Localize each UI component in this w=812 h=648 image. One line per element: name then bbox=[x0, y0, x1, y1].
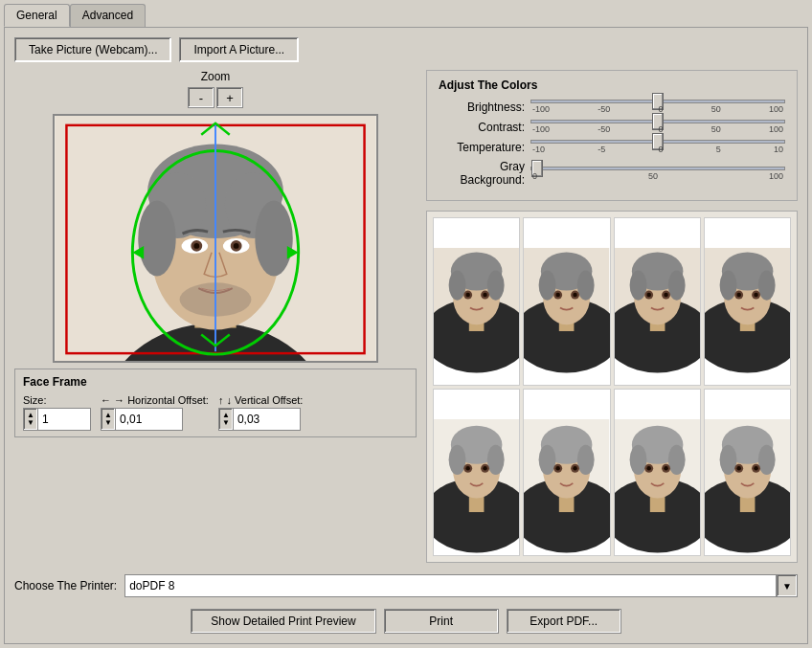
import-picture-button[interactable]: Import A Picture... bbox=[179, 37, 299, 62]
face-frame-section: Face Frame Size: ▲ ▼ bbox=[14, 369, 417, 437]
brightness-label: Brightness: bbox=[439, 101, 525, 114]
svg-point-105 bbox=[736, 466, 740, 470]
photo-cell-3 bbox=[614, 217, 701, 386]
right-panel: Adjust The Colors Brightness: -100 -50 0… bbox=[426, 70, 798, 563]
svg-point-7 bbox=[138, 201, 175, 277]
image-frame bbox=[53, 114, 378, 363]
svg-point-14 bbox=[234, 243, 239, 249]
vertical-offset-input[interactable] bbox=[234, 408, 301, 431]
gray-background-slider[interactable] bbox=[530, 167, 785, 170]
zoom-label: Zoom bbox=[201, 70, 231, 83]
gray-background-slider-container: 0 50 100 bbox=[530, 167, 785, 181]
horizontal-field-group: ← → Horizontal Offset: ▲ ▼ bbox=[101, 394, 209, 431]
svg-point-68 bbox=[449, 444, 466, 474]
spin-down-icon: ▼ bbox=[104, 419, 112, 427]
tab-general[interactable]: General bbox=[4, 4, 70, 27]
svg-point-95 bbox=[664, 466, 667, 470]
take-picture-button[interactable]: Take Picture (Webcam)... bbox=[14, 37, 171, 62]
temperature-slider[interactable] bbox=[530, 140, 785, 144]
face-frame-title: Face Frame bbox=[23, 375, 408, 389]
tab-bar: General Advanced bbox=[0, 0, 812, 27]
print-button[interactable]: Print bbox=[384, 609, 499, 634]
size-input[interactable] bbox=[38, 408, 91, 431]
vertical-offset-label: ↑ ↓ Vertical Offset: bbox=[218, 394, 303, 406]
gray-background-row: Gray Background: 0 50 100 bbox=[439, 160, 785, 187]
horizontal-offset-input[interactable] bbox=[116, 408, 183, 431]
temperature-label: Temperature: bbox=[439, 141, 525, 154]
zoom-minus-button[interactable]: - bbox=[188, 87, 214, 108]
brightness-slider[interactable] bbox=[530, 100, 785, 103]
photo-cell-5 bbox=[433, 389, 520, 557]
content-area: Take Picture (Webcam)... Import A Pictur… bbox=[4, 27, 808, 644]
svg-point-84 bbox=[574, 466, 577, 470]
svg-point-51 bbox=[664, 293, 667, 297]
photo-cell-4 bbox=[704, 217, 791, 386]
contrast-slider-container: -100 -50 0 50 100 bbox=[530, 120, 785, 134]
adjust-colors-title: Adjust The Colors bbox=[439, 78, 785, 92]
portrait-svg bbox=[55, 116, 376, 361]
horizontal-input-wrap: ▲ ▼ bbox=[101, 408, 209, 431]
zoom-controls: Zoom - + bbox=[14, 70, 417, 108]
svg-point-69 bbox=[487, 444, 505, 474]
svg-point-39 bbox=[556, 293, 560, 297]
svg-point-40 bbox=[574, 293, 577, 297]
bottom-area: Choose The Printer: ▼ bbox=[14, 570, 798, 601]
vertical-spin-button[interactable]: ▲ ▼ bbox=[218, 408, 234, 431]
brightness-row: Brightness: -100 -50 0 50 100 bbox=[439, 100, 785, 114]
vertical-field-group: ↑ ↓ Vertical Offset: ▲ ▼ bbox=[218, 394, 303, 431]
svg-point-47 bbox=[667, 270, 685, 300]
tab-advanced[interactable]: Advanced bbox=[70, 4, 146, 27]
zoom-buttons: - + bbox=[188, 87, 243, 108]
photo-cell-2 bbox=[523, 217, 610, 386]
svg-point-46 bbox=[629, 270, 646, 300]
svg-point-91 bbox=[667, 444, 685, 474]
photo-face-4 bbox=[705, 218, 790, 385]
left-panel: Zoom - + bbox=[14, 70, 417, 563]
face-frame-fields: Size: ▲ ▼ ← bbox=[23, 394, 408, 431]
photo-grid bbox=[433, 217, 791, 556]
svg-point-83 bbox=[556, 466, 560, 470]
size-input-wrap: ▲ ▼ bbox=[23, 408, 91, 431]
svg-point-25 bbox=[487, 270, 505, 300]
horizontal-arrows-icon: ← → bbox=[101, 394, 124, 406]
photo-grid-section bbox=[426, 211, 798, 563]
svg-point-106 bbox=[754, 466, 757, 470]
horizontal-offset-label: ← → Horizontal Offset: bbox=[101, 394, 209, 406]
contrast-slider[interactable] bbox=[530, 120, 785, 123]
vertical-input-wrap: ▲ ▼ bbox=[218, 408, 303, 431]
svg-point-29 bbox=[483, 293, 486, 297]
adjust-colors-section: Adjust The Colors Brightness: -100 -50 0… bbox=[426, 70, 798, 201]
gray-background-label: Gray Background: bbox=[439, 160, 525, 187]
photo-cell-7 bbox=[614, 389, 701, 557]
show-preview-button[interactable]: Show Detailed Print Preview bbox=[191, 609, 375, 634]
svg-point-72 bbox=[465, 466, 469, 470]
svg-point-80 bbox=[577, 444, 595, 474]
svg-point-102 bbox=[758, 444, 776, 474]
photo-face-7 bbox=[615, 390, 700, 556]
photo-face-2 bbox=[524, 218, 609, 385]
svg-point-90 bbox=[629, 444, 646, 474]
size-spin-button[interactable]: ▲ ▼ bbox=[23, 408, 38, 431]
dropdown-arrow-icon: ▼ bbox=[782, 581, 792, 592]
photo-cell-8 bbox=[704, 389, 791, 557]
photo-face-6 bbox=[524, 390, 609, 556]
svg-point-24 bbox=[449, 270, 466, 300]
svg-point-101 bbox=[719, 444, 736, 474]
zoom-plus-button[interactable]: + bbox=[216, 87, 243, 108]
printer-select[interactable] bbox=[124, 574, 777, 597]
photo-face-8 bbox=[705, 390, 790, 556]
printer-select-wrap: ▼ bbox=[124, 574, 798, 597]
printer-label: Choose The Printer: bbox=[14, 579, 117, 592]
horizontal-spin-button[interactable]: ▲ ▼ bbox=[101, 408, 116, 431]
size-label: Size: bbox=[23, 394, 91, 406]
gray-background-ticks: 0 50 100 bbox=[530, 171, 785, 181]
svg-point-13 bbox=[193, 243, 199, 249]
portrait-image bbox=[55, 116, 376, 361]
main-container: General Advanced Take Picture (Webcam)..… bbox=[0, 0, 812, 648]
svg-point-94 bbox=[646, 466, 650, 470]
printer-dropdown-button[interactable]: ▼ bbox=[777, 574, 798, 597]
svg-point-79 bbox=[539, 444, 556, 474]
export-pdf-button[interactable]: Export PDF... bbox=[507, 609, 621, 634]
photo-cell-1 bbox=[433, 217, 520, 386]
vertical-arrows-icon: ↑ ↓ bbox=[218, 394, 232, 406]
